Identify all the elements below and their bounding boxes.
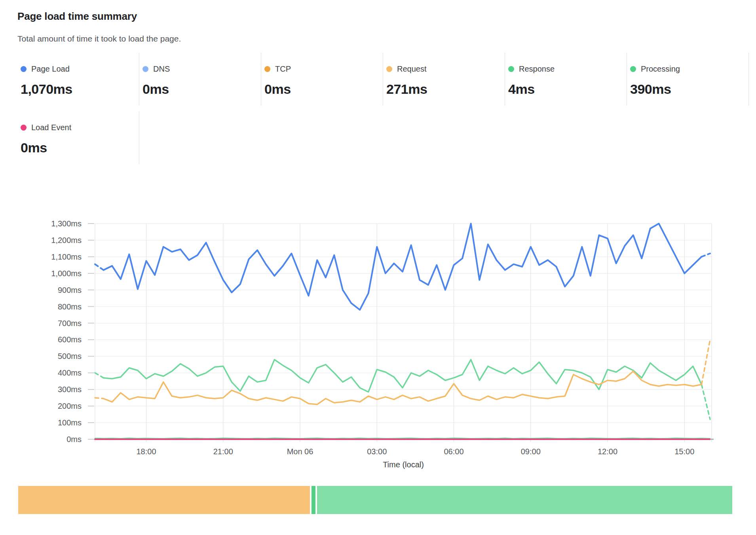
y-axis-label: 700ms	[16, 319, 82, 328]
timeline-segment-2[interactable]	[317, 486, 732, 514]
x-axis-label: 06:00	[444, 447, 463, 456]
series-line-processing-dashed-start	[95, 373, 104, 378]
x-axis-title: Time (local)	[383, 460, 424, 469]
y-axis-label: 400ms	[16, 368, 82, 378]
y-axis-label: 300ms	[16, 385, 82, 394]
series-line-request-dashed-start	[95, 398, 104, 398]
x-axis-label: 03:00	[367, 447, 387, 456]
x-axis-label: 12:00	[598, 447, 617, 456]
x-axis-label: 09:00	[521, 447, 541, 456]
timeline-brush-bar[interactable]	[18, 486, 732, 514]
y-axis-label: 600ms	[16, 335, 82, 344]
y-axis-label: 900ms	[16, 285, 82, 295]
y-axis-label: 1,200ms	[16, 235, 82, 245]
x-axis-label: 18:00	[136, 447, 156, 456]
series-line-page-load	[104, 224, 702, 310]
series-line-page-load-dashed-start	[95, 264, 104, 270]
series-line-processing-dashed-end	[701, 385, 710, 419]
series-line-page-load-dashed-end	[701, 254, 710, 257]
y-axis-label: 100ms	[16, 418, 82, 427]
series-line-request-dashed-end	[701, 340, 710, 385]
series-line-processing	[104, 360, 702, 392]
timeline-segment-0[interactable]	[18, 486, 310, 514]
y-axis-label: 1,100ms	[16, 252, 82, 262]
timeline-segment-1[interactable]	[312, 486, 315, 514]
x-axis-label: Mon 06	[287, 447, 313, 456]
x-axis-label: 15:00	[674, 447, 694, 456]
y-axis-label: 0ms	[16, 434, 82, 444]
x-axis-label: 21:00	[213, 447, 233, 456]
y-axis-label: 800ms	[16, 302, 82, 311]
y-axis-label: 500ms	[16, 351, 82, 361]
y-axis-label: 1,300ms	[16, 219, 82, 228]
y-axis-label: 1,000ms	[16, 269, 82, 278]
y-axis-label: 200ms	[16, 401, 82, 411]
